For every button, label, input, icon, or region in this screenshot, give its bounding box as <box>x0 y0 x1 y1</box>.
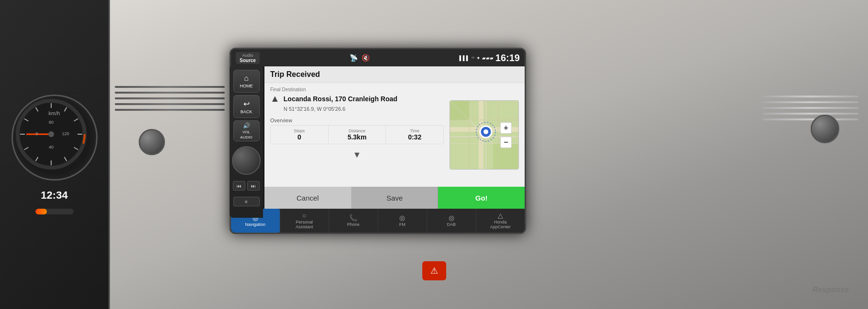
cancel-button[interactable]: Cancel <box>264 187 352 209</box>
car-dashboard: km/h 40 <box>0 0 868 309</box>
hazard-button-area: ⚠ <box>422 261 446 280</box>
home-button-label: HOME <box>240 84 253 88</box>
home-button[interactable]: ⌂ HOME <box>233 70 260 93</box>
appcenter-label: HondaAppCenter <box>490 220 511 230</box>
nav-item-dab[interactable]: ◎ DAB <box>427 209 476 233</box>
cast-icon: 📡 <box>350 54 358 62</box>
trip-title: Trip Received <box>270 70 519 79</box>
vent-line-4 <box>115 103 225 105</box>
svg-line-12 <box>24 119 28 121</box>
destination-name: Locanda Rossi, 170 Cranleigh Road <box>284 95 397 103</box>
destination-section: Final Destination ▲ Locanda Rossi, 170 C… <box>270 87 444 112</box>
status-bar: Audio Source 📡 🔇 ▌▌▌ ⌔ ✦ ▰▰▰ 16:19 <box>231 49 525 66</box>
svg-text:0: 0 <box>35 131 38 136</box>
media-controls: ⏮ ⏭ <box>233 181 260 191</box>
bottom-navigation: ◎ Navigation ○ PersonalAssistant 📞 Phone… <box>231 209 525 233</box>
fuel-gauge <box>35 209 74 214</box>
audio-label: Audio <box>242 53 253 58</box>
navigation-nav-label: Navigation <box>245 223 265 227</box>
hazard-button[interactable]: ⚠ <box>422 261 446 280</box>
zoom-out-button[interactable]: − <box>500 137 512 148</box>
prev-track-button[interactable]: ⏮ <box>233 181 245 191</box>
nav-item-personal-assistant[interactable]: ○ PersonalAssistant <box>280 209 330 233</box>
dab-label: DAB <box>447 223 456 227</box>
eq-button[interactable]: ≡ <box>233 197 260 206</box>
go-button[interactable]: Go! <box>438 187 525 209</box>
audio-label: AUDIO <box>240 135 252 139</box>
phone-label: Phone <box>347 223 360 227</box>
personal-assistant-label: PersonalAssistant <box>296 220 313 230</box>
volume-knob[interactable] <box>232 146 261 175</box>
right-vent-line-2 <box>763 101 858 103</box>
destination-arrow-icon: ▲ <box>270 93 280 104</box>
svg-line-7 <box>64 157 66 161</box>
stops-stat: Stops 0 <box>271 126 329 144</box>
distance-value: 5.3km <box>348 133 367 141</box>
trip-header: Trip Received <box>264 66 525 83</box>
nav-item-phone[interactable]: 📞 Phone <box>329 209 378 233</box>
back-icon: ↩ <box>243 99 250 108</box>
vent-line-5 <box>115 109 225 111</box>
media-icons: 📡 🔇 <box>350 54 370 62</box>
instrument-cluster: km/h 40 <box>0 0 110 309</box>
svg-line-13 <box>35 107 38 112</box>
vol-audio-button[interactable]: 🔊 VOL AUDIO <box>233 120 260 141</box>
right-control-knob-area <box>811 115 839 143</box>
side-control-panel: ⌂ HOME ↩ BACK 🔊 VOL AUDIO ⏮ ⏭ ≡ <box>230 65 263 218</box>
phone-icon: 📞 <box>349 214 357 222</box>
svg-point-33 <box>483 129 488 134</box>
svg-text:120: 120 <box>62 131 69 136</box>
home-icon: ⌂ <box>244 74 249 83</box>
svg-text:40: 40 <box>48 145 53 149</box>
appcenter-icon: △ <box>498 212 503 219</box>
distance-stat: Distance 5.3km <box>329 126 386 144</box>
svg-point-15 <box>48 131 54 137</box>
mute-icon: 🔇 <box>362 54 370 62</box>
svg-text:80: 80 <box>48 120 53 125</box>
vol-icon: 🔊 <box>243 122 250 129</box>
time-label: Time <box>410 128 419 133</box>
right-control-knob[interactable] <box>811 115 839 143</box>
infotainment-screen: Audio Source 📡 🔇 ▌▌▌ ⌔ ✦ ▰▰▰ 16:19 Trip … <box>230 48 526 234</box>
status-icons: ▌▌▌ ⌔ ✦ ▰▰▰ 16:19 <box>460 53 520 64</box>
bluetooth-icon: ✦ <box>476 55 480 61</box>
stops-value: 0 <box>297 133 301 141</box>
svg-line-3 <box>64 107 66 112</box>
next-track-button[interactable]: ⏭ <box>247 181 260 191</box>
left-vent <box>115 86 225 111</box>
back-button-label: BACK <box>241 109 253 114</box>
zoom-buttons: + − <box>500 122 512 148</box>
nav-item-appcenter[interactable]: △ HondaAppCenter <box>476 209 525 233</box>
vol-label: VOL <box>242 130 250 134</box>
scroll-down-icon: ▼ <box>270 150 444 160</box>
nav-item-fm[interactable]: ◎ FM <box>378 209 428 233</box>
zoom-in-button[interactable]: + <box>500 122 512 134</box>
back-button[interactable]: ↩ BACK <box>233 95 260 118</box>
overview-label: Overview <box>270 117 444 123</box>
fm-icon: ◎ <box>399 214 405 222</box>
distance-label: Distance <box>349 128 365 133</box>
dashboard-clock: 12:34 <box>41 189 67 202</box>
audio-source-value: Source <box>240 58 256 63</box>
stops-label: Stops <box>294 128 305 133</box>
eq-controls: ≡ <box>233 197 260 206</box>
left-control-knob-area <box>139 129 165 155</box>
svg-line-6 <box>74 148 78 150</box>
wifi-icon: ⌔ <box>472 55 474 61</box>
svg-line-9 <box>35 157 38 161</box>
battery-icon: ▰▰▰ <box>482 55 494 61</box>
time-value: 0:32 <box>408 133 421 141</box>
audio-source-widget[interactable]: Audio Source <box>236 52 260 64</box>
left-control-knob[interactable] <box>139 129 165 155</box>
fuel-level <box>35 209 47 214</box>
signal-bars-icon: ▌▌▌ <box>460 55 470 61</box>
time-stat: Time 0:32 <box>386 126 443 144</box>
save-button[interactable]: Save <box>352 187 439 209</box>
fm-label: FM <box>399 223 406 227</box>
status-time: 16:19 <box>495 53 520 64</box>
destination-label: Final Destination <box>270 87 444 92</box>
svg-line-10 <box>24 148 28 150</box>
right-vent-line-1 <box>763 96 858 97</box>
map-area: + − <box>450 87 519 183</box>
destination-row: ▲ Locanda Rossi, 170 Cranleigh Road <box>270 93 444 104</box>
